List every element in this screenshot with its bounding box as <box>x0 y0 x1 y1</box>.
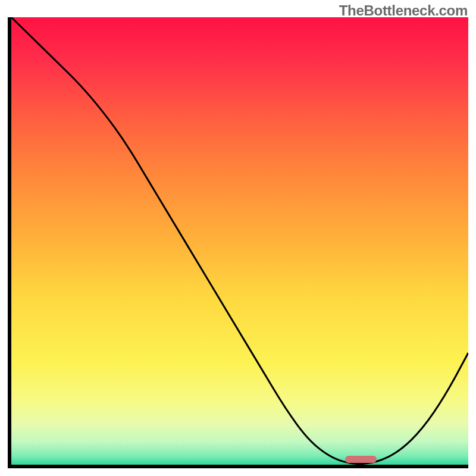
optimum-marker <box>345 456 377 463</box>
plot-area <box>8 17 468 468</box>
bottleneck-curve <box>11 17 468 465</box>
chart-frame: TheBottleneck.com <box>0 0 476 476</box>
watermark-text: TheBottleneck.com <box>339 2 468 19</box>
